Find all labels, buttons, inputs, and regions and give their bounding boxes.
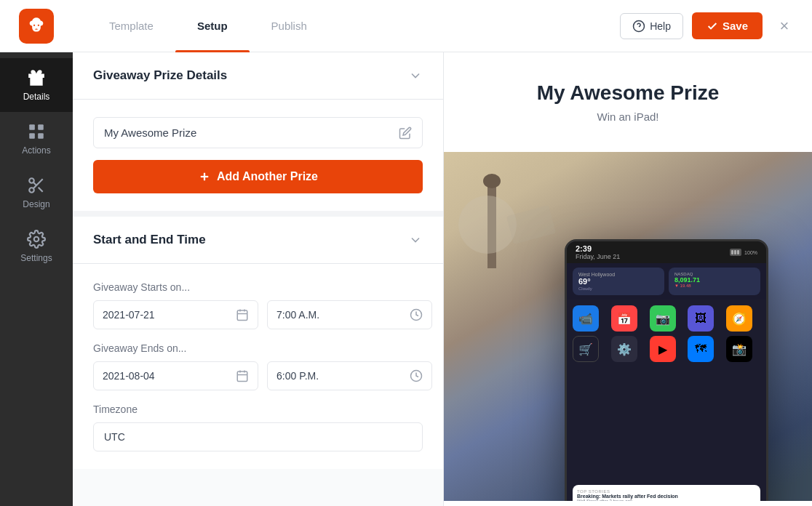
preview-content: My Awesome Prize Win an iPad! xyxy=(444,52,812,152)
form-panel: Giveaway Prize Details xyxy=(73,52,444,506)
end-time-field[interactable] xyxy=(276,370,404,382)
rabbit-icon xyxy=(26,16,47,36)
sidebar-item-design[interactable]: Design xyxy=(0,166,73,220)
sidebar-item-details[interactable]: Details xyxy=(0,58,73,112)
end-time-input[interactable] xyxy=(267,361,432,390)
app-lightroom: 📸 xyxy=(726,336,752,362)
edit-prize-icon[interactable] xyxy=(389,119,422,147)
check-icon xyxy=(706,20,718,32)
prize-section-body: Add Another Prize xyxy=(73,100,443,217)
sidebar: Details Actions Design xyxy=(0,52,73,506)
svg-rect-5 xyxy=(38,133,44,139)
start-datetime-row xyxy=(93,300,423,329)
end-calendar-icon xyxy=(236,369,249,382)
tab-publish[interactable]: Publish xyxy=(250,0,329,52)
start-date-input[interactable] xyxy=(93,300,258,329)
top-nav: Template Setup Publish Help Save × xyxy=(0,0,812,52)
svg-point-6 xyxy=(29,178,34,183)
wifi-icon xyxy=(730,249,741,256)
svg-rect-4 xyxy=(29,133,35,139)
ipad-news: Top Stories Breaking: Markets rally afte… xyxy=(573,485,760,501)
end-date-field[interactable] xyxy=(103,370,230,382)
sidebar-item-settings[interactable]: Settings xyxy=(0,220,73,273)
news-headline: Breaking: Markets rally after Fed decisi… xyxy=(577,494,756,499)
tab-template[interactable]: Template xyxy=(87,0,175,52)
app-maps: 🗺 xyxy=(688,336,714,362)
ipad-status-icons: 100% xyxy=(730,249,757,256)
prize-name-input[interactable] xyxy=(94,118,389,148)
gear-icon xyxy=(27,230,46,249)
nav-right: Help Save × xyxy=(620,12,812,39)
save-label: Save xyxy=(723,20,748,32)
add-prize-label: Add Another Prize xyxy=(217,170,318,183)
sidebar-actions-label: Actions xyxy=(22,145,50,156)
timezone-label: Timezone xyxy=(93,403,423,415)
start-clock-icon xyxy=(410,308,423,321)
sidebar-item-actions[interactable]: Actions xyxy=(0,112,73,166)
news-source: Wall Street after 3 hours ago xyxy=(577,499,756,501)
time-section-body: Giveaway Starts on... xyxy=(73,264,443,469)
sidebar-details-label: Details xyxy=(23,92,50,102)
ipad-app-grid: 📹 📅 📷 🖼 🧭 🛒 ⚙️ ▶ 🗺 📸 xyxy=(567,300,766,482)
weather-widget: West Hollywood 69° Cloudy xyxy=(573,268,664,295)
sidebar-settings-label: Settings xyxy=(20,253,52,263)
svg-rect-2 xyxy=(29,124,35,130)
svg-line-9 xyxy=(39,188,43,192)
logo-area xyxy=(0,0,73,52)
nav-tabs: Template Setup Publish xyxy=(73,0,620,52)
time-section-header[interactable]: Start and End Time xyxy=(73,217,443,264)
svg-line-10 xyxy=(33,182,36,185)
preview-panel: My Awesome Prize Win an iPad! 2:39 xyxy=(444,52,812,506)
stocks-widget: NASDAQ 8,091.71 ▼ 19.48 xyxy=(669,268,760,295)
ends-label: Giveaway Ends on... xyxy=(93,342,423,354)
preview-title: My Awesome Prize xyxy=(466,81,790,105)
time-chevron-down-icon xyxy=(408,233,423,247)
svg-point-7 xyxy=(29,188,34,193)
svg-rect-19 xyxy=(237,372,247,382)
prize-section-title: Giveaway Prize Details xyxy=(93,68,227,83)
chevron-down-icon xyxy=(408,68,423,83)
question-icon xyxy=(632,20,645,33)
tab-setup[interactable]: Setup xyxy=(175,0,250,52)
prize-name-row xyxy=(93,117,423,148)
end-date-input[interactable] xyxy=(93,361,258,390)
save-button[interactable]: Save xyxy=(692,12,763,39)
ipad-screen: 2:39 Friday, June 21 100% xyxy=(567,241,766,501)
starts-label: Giveaway Starts on... xyxy=(93,281,423,293)
scissors-icon xyxy=(27,176,46,195)
svg-point-11 xyxy=(34,237,39,242)
app-camera: 📷 xyxy=(650,305,676,332)
ipad-time: 2:39 xyxy=(576,244,620,253)
help-button[interactable]: Help xyxy=(620,13,683,39)
time-section-title: Start and End Time xyxy=(93,233,206,247)
svg-rect-3 xyxy=(38,124,44,130)
start-time-field[interactable] xyxy=(276,309,404,321)
end-datetime-row xyxy=(93,361,423,390)
gift-icon xyxy=(27,68,46,87)
app-calendar: 📅 xyxy=(611,305,637,332)
main-area: Details Actions Design xyxy=(0,52,812,506)
prize-section-header[interactable]: Giveaway Prize Details xyxy=(73,52,443,100)
start-time-input[interactable] xyxy=(267,300,432,329)
plus-icon xyxy=(198,170,211,183)
app-logo xyxy=(19,9,54,44)
app-safari: 🧭 xyxy=(726,305,752,332)
svg-rect-14 xyxy=(237,310,247,321)
start-date-field[interactable] xyxy=(103,309,230,321)
ipad-widgets: West Hollywood 69° Cloudy NASDAQ 8,091.7… xyxy=(567,263,766,300)
ipad-device: 2:39 Friday, June 21 100% xyxy=(565,239,768,501)
ipad-date: Friday, June 21 xyxy=(576,253,620,260)
app-photos: 🖼 xyxy=(688,305,714,332)
help-label: Help xyxy=(650,20,671,32)
app-settings: ⚙️ xyxy=(611,336,637,362)
preview-image: 2:39 Friday, June 21 100% xyxy=(444,152,812,501)
add-prize-button[interactable]: Add Another Prize xyxy=(93,160,423,193)
timezone-input[interactable] xyxy=(93,422,423,451)
preview-subtitle: Win an iPad! xyxy=(466,111,790,123)
calendar-icon xyxy=(236,308,249,321)
grid-icon xyxy=(27,122,46,141)
pencil-icon xyxy=(399,126,412,140)
sidebar-design-label: Design xyxy=(23,199,49,209)
end-clock-icon xyxy=(410,369,423,382)
close-button[interactable]: × xyxy=(771,13,797,39)
